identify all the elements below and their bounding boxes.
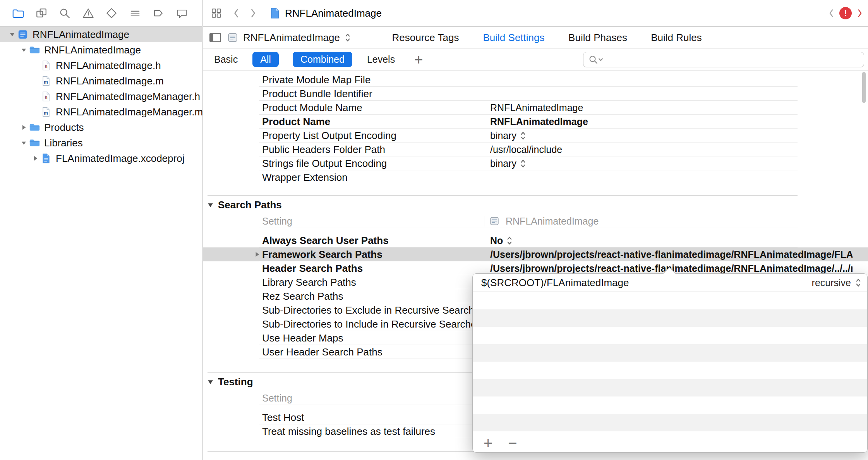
target-stepper-icon[interactable] <box>345 33 350 43</box>
project-navigator-icon[interactable] <box>12 7 24 19</box>
setting-row[interactable]: Strings file Output Encodingbinary <box>203 156 868 170</box>
targets-list-toggle-icon[interactable] <box>208 32 222 43</box>
value-stepper-icon[interactable] <box>507 235 512 245</box>
path-value[interactable]: $(SRCROOT)/FLAnimatedImage <box>481 277 812 289</box>
tree-item[interactable]: RNFLAnimatedImage <box>0 27 202 42</box>
breakpoint-navigator-icon[interactable] <box>152 7 165 19</box>
disclosure-open-icon[interactable] <box>19 47 29 53</box>
setting-row[interactable]: Wrapper Extension <box>203 170 868 184</box>
setting-value[interactable]: /Users/jbrown/projects/react-native-flan… <box>490 249 853 260</box>
scope-buttons: BasicAllCombinedLevels <box>213 52 396 67</box>
setting-name: Use Header Maps <box>262 332 343 344</box>
setting-value[interactable]: /usr/local/include <box>490 144 853 155</box>
navigator-sidebar: RNFLAnimatedImageRNFLAnimatedImagehRNFLA… <box>0 0 202 460</box>
setting-row[interactable]: Product Bundle Identifier <box>203 87 868 101</box>
tree-item-label: Libraries <box>44 137 83 149</box>
column-header: SettingRNFLAnimatedImage <box>203 214 868 228</box>
tree-item[interactable]: Products <box>0 120 202 135</box>
scrollbar-thumb[interactable] <box>862 72 866 103</box>
setting-value[interactable]: RNFLAnimatedImage <box>490 102 853 113</box>
setting-value-text: /usr/local/include <box>490 144 562 155</box>
add-path-button[interactable]: + <box>484 436 492 450</box>
setting-row[interactable]: Framework Search Paths/Users/jbrown/proj… <box>203 247 868 261</box>
setting-value[interactable]: No <box>490 235 853 246</box>
setting-row[interactable]: Property List Output Encodingbinary <box>203 129 868 142</box>
setting-row[interactable]: Private Module Map File <box>203 73 868 87</box>
tree-item-label: RNFLAnimatedImage <box>44 44 141 56</box>
column-divider <box>484 216 484 227</box>
folder-blue-icon <box>29 45 40 55</box>
setting-name: Always Search User Paths <box>262 235 389 247</box>
scope-all[interactable]: All <box>252 52 279 67</box>
error-badge[interactable]: ! <box>839 7 852 19</box>
report-navigator-icon[interactable] <box>176 7 188 19</box>
target-icon <box>489 216 499 226</box>
file-m-icon: m <box>40 106 52 117</box>
recursive-stepper-icon[interactable] <box>856 278 861 288</box>
popover-controls: + − <box>473 433 867 452</box>
tree-item-label: RNFLAnimatedImage.h <box>56 60 161 72</box>
search-field[interactable] <box>583 52 864 67</box>
recursive-select[interactable]: recursive <box>812 277 861 288</box>
debug-navigator-icon[interactable] <box>129 7 141 19</box>
tree-item[interactable]: hRNFLAnimatedImageManager.h <box>0 89 202 104</box>
test-navigator-icon[interactable] <box>105 7 118 19</box>
next-issue-button[interactable] <box>857 9 863 18</box>
svg-text:m: m <box>44 110 48 116</box>
setting-row[interactable]: Product NameRNFLAnimatedImage <box>203 115 868 129</box>
find-navigator-icon[interactable] <box>58 7 71 19</box>
tree-item[interactable]: mRNFLAnimatedImageManager.m <box>0 104 202 120</box>
tree-item-label: FLAnimatedImage.xcodeproj <box>56 153 184 165</box>
jump-bar-title[interactable]: RNFLAnimatedImage <box>285 7 382 19</box>
related-items-icon[interactable] <box>211 7 222 19</box>
path-list <box>473 292 867 431</box>
tree-item[interactable]: Libraries <box>0 135 202 151</box>
setting-row[interactable]: Public Headers Folder Path/usr/local/inc… <box>203 142 868 156</box>
scope-combined[interactable]: Combined <box>293 52 352 67</box>
forward-button[interactable] <box>250 8 256 18</box>
disclosure-open-icon[interactable] <box>208 379 213 384</box>
setting-name: Product Bundle Identifier <box>262 88 372 100</box>
project-navigator-tree: RNFLAnimatedImageRNFLAnimatedImagehRNFLA… <box>0 27 202 166</box>
disclosure-open-icon[interactable] <box>19 140 29 146</box>
disclosure-closed-icon[interactable] <box>30 156 40 161</box>
disclosure-closed-icon[interactable] <box>255 252 259 257</box>
value-stepper-icon[interactable] <box>520 158 526 168</box>
setting-value[interactable]: binary <box>490 158 853 169</box>
tab-build-settings[interactable]: Build Settings <box>483 32 545 44</box>
remove-path-button[interactable]: − <box>508 436 517 450</box>
setting-value[interactable]: binary <box>490 130 853 141</box>
value-stepper-icon[interactable] <box>520 130 526 141</box>
disclosure-closed-icon[interactable] <box>19 125 29 130</box>
path-entry-row[interactable]: $(SRCROOT)/FLAnimatedImage recursive <box>473 274 867 292</box>
folder-blue-icon <box>29 122 40 133</box>
target-name[interactable]: RNFLAnimatedImage <box>243 32 340 44</box>
back-button[interactable] <box>233 8 239 18</box>
setting-name: Product Module Name <box>262 102 362 114</box>
issue-navigator-icon[interactable] <box>82 7 94 19</box>
recursive-label: recursive <box>812 277 851 288</box>
add-build-setting-button[interactable]: + <box>414 54 423 65</box>
tree-item[interactable]: hRNFLAnimatedImage.h <box>0 58 202 73</box>
target-header: Resource TagsBuild SettingsBuild PhasesB… <box>203 27 868 49</box>
scope-levels[interactable]: Levels <box>366 52 396 67</box>
tree-item[interactable]: FLAnimatedImage.xcodeproj <box>0 151 202 166</box>
tree-item[interactable]: mRNFLAnimatedImage.m <box>0 73 202 89</box>
disclosure-open-icon[interactable] <box>7 32 17 37</box>
tree-item[interactable]: RNFLAnimatedImage <box>0 42 202 58</box>
xcode-window: RNFLAnimatedImageRNFLAnimatedImagehRNFLA… <box>0 0 868 460</box>
setting-row[interactable]: Always Search User PathsNo <box>203 233 868 247</box>
tab-build-rules[interactable]: Build Rules <box>651 32 702 44</box>
setting-name: Public Headers Folder Path <box>262 144 385 156</box>
scope-basic[interactable]: Basic <box>213 52 238 67</box>
source-control-navigator-icon[interactable] <box>35 7 48 19</box>
disclosure-open-icon[interactable] <box>208 203 213 208</box>
tab-build-phases[interactable]: Build Phases <box>568 32 627 44</box>
setting-row[interactable]: Product Module NameRNFLAnimatedImage <box>203 101 868 115</box>
tab-resource-tags[interactable]: Resource Tags <box>392 32 459 44</box>
setting-value[interactable]: RNFLAnimatedImage <box>490 116 853 127</box>
setting-name: Test Host <box>262 412 304 424</box>
search-input[interactable] <box>604 54 860 65</box>
tree-item-label: RNFLAnimatedImageManager.h <box>56 91 200 103</box>
previous-issue-button[interactable] <box>829 9 834 18</box>
